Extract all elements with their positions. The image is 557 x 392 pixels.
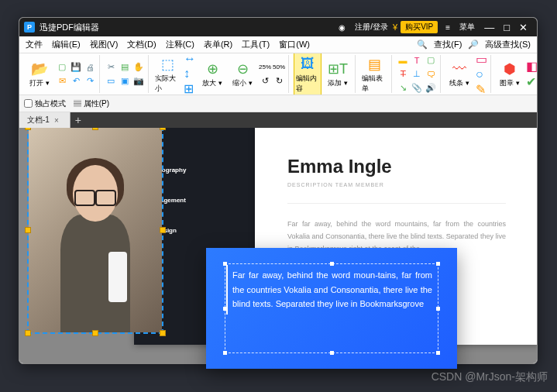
titlebar: P 迅捷PDF编辑器 ◉ 注册/登录 ¥ 购买VIP ≡ 菜单 — □ ✕ (19, 18, 537, 36)
section-management: Management (148, 197, 241, 204)
find-icon[interactable]: 🔍 (417, 40, 428, 50)
tab-doc1[interactable]: 文档-1 × (19, 112, 70, 128)
stamp-icon: ⬢ (500, 60, 519, 78)
ohandle-bm[interactable] (330, 351, 334, 355)
menu-edit[interactable]: 编辑(E) (49, 37, 84, 52)
note-icon[interactable]: 🗨 (425, 68, 437, 81)
doc-icon[interactable]: ▤ (119, 61, 131, 74)
pct-50-icon[interactable]: 50% (273, 61, 285, 74)
menu-icon[interactable]: ≡ (441, 23, 455, 32)
handle-bl[interactable] (25, 330, 31, 336)
underline-icon[interactable]: ⊥ (411, 68, 423, 81)
menu-button[interactable]: 菜单 (455, 22, 480, 33)
handle-tl[interactable] (25, 128, 31, 130)
rotate-left-icon[interactable]: ↺ (259, 75, 271, 88)
menu-document[interactable]: 文档(D) (124, 37, 159, 52)
register-link[interactable]: 注册/登录 (350, 22, 393, 33)
menu-file[interactable]: 文件 (22, 37, 46, 52)
tab-close-icon[interactable]: × (54, 116, 59, 125)
highlight-icon[interactable]: ▬ (397, 54, 409, 67)
text-icon[interactable]: T (411, 54, 423, 67)
handle-tm[interactable] (92, 128, 98, 130)
fit-width-icon[interactable]: ↔ (184, 53, 196, 66)
menu-find[interactable]: 查找(F) (431, 37, 465, 52)
edit-form-icon: ▤ (365, 55, 383, 74)
profile-name: Emma Ingle (287, 156, 506, 177)
zoomout-icon: ⊖ (233, 60, 252, 78)
vip-button[interactable]: 购买VIP (401, 21, 438, 33)
realsize-icon: ⬚ (158, 55, 177, 74)
selected-image[interactable] (29, 128, 162, 332)
strike-icon[interactable]: T̶ (397, 68, 409, 81)
zoomin-icon: ⊕ (203, 60, 222, 78)
save-icon[interactable]: 💾 (70, 61, 82, 74)
select-icon[interactable]: ▣ (119, 75, 131, 88)
check-icon[interactable]: ✔ (526, 74, 537, 89)
text-edit-overlay[interactable]: Far far away, behind the word moun-tains… (206, 248, 457, 369)
annotate-grid: ▬ T ▢ T̶ ⊥ 🗨 ↘ 📎 🔊 (397, 54, 437, 95)
handle-tr[interactable] (160, 128, 166, 130)
menu-form[interactable]: 表单(R) (201, 37, 236, 52)
sound-icon[interactable]: 🔊 (425, 82, 437, 95)
handle-ml[interactable] (25, 227, 31, 233)
menu-advfind[interactable]: 高级查找(S) (482, 37, 534, 52)
edit-content-button[interactable]: 🖼 编辑内容 (294, 53, 321, 95)
properties-button[interactable]: ▤ 属性(P) (74, 98, 109, 109)
open-label: 打开 ▾ (29, 78, 50, 88)
user-icon[interactable]: ◉ (334, 23, 350, 32)
circle-shape-icon[interactable]: ○ (476, 67, 487, 81)
zoom-pct-grid: 25% 50% ↺ ↻ (259, 61, 285, 88)
undo-icon[interactable]: ↶ (70, 75, 82, 88)
edit-form-button[interactable]: ▤ 编辑表单 (360, 53, 388, 95)
redo-icon[interactable]: ↷ (84, 75, 96, 88)
menu-comment[interactable]: 注释(C) (163, 37, 198, 52)
handle-bm[interactable] (92, 330, 98, 336)
arrow-icon[interactable]: ↘ (397, 82, 409, 95)
print-icon[interactable]: 🖨 (84, 61, 96, 74)
maximize-button[interactable]: □ (499, 22, 514, 33)
zoomin-button[interactable]: ⊕ 放大 ▾ (198, 58, 226, 90)
add-icon: ⊞T (328, 60, 347, 78)
pct-25-icon[interactable]: 25% (259, 61, 271, 74)
ohandle-bl[interactable] (223, 351, 227, 355)
close-button[interactable]: ✕ (514, 22, 532, 33)
fit-height-icon[interactable]: ↕ (184, 67, 196, 81)
attach-icon[interactable]: 📎 (411, 82, 423, 95)
app-icon: P (24, 22, 35, 33)
handle-mr[interactable] (160, 227, 166, 233)
snapshot-icon[interactable]: 📷 (132, 75, 145, 88)
folder-icon: 📂 (30, 60, 49, 78)
minimize-button[interactable]: — (480, 22, 499, 33)
lines-button[interactable]: 〰 线条 ▾ (445, 58, 473, 90)
profile-subtitle: DESCRIPTION TEAM MEMBER (287, 182, 506, 187)
realsize-button[interactable]: ⬚ 实际大小 (153, 53, 181, 95)
page-icon[interactable]: ▭ (105, 75, 117, 88)
open-button[interactable]: 📂 打开 ▾ (26, 58, 53, 90)
new-icon[interactable]: ▢ (56, 61, 68, 74)
callout-icon[interactable]: ▢ (425, 54, 437, 67)
mail-icon[interactable]: ✉ (56, 75, 68, 88)
exclusive-checkbox[interactable]: 独占模式 (24, 98, 66, 109)
add-tab-button[interactable]: + (70, 112, 86, 128)
handle-br[interactable] (160, 330, 166, 336)
menu-tool[interactable]: 工具(T) (239, 37, 273, 52)
menu-window[interactable]: 窗口(W) (276, 37, 313, 52)
cut-icon[interactable]: ✂ (105, 61, 117, 74)
add-button[interactable]: ⊞T 添加 ▾ (324, 58, 352, 90)
fit-page-icon[interactable]: ⊞ (184, 81, 196, 95)
advfind-icon[interactable]: 🔎 (468, 40, 479, 50)
stamp-label: 图章 ▾ (500, 78, 520, 88)
zoomout-button[interactable]: ⊖ 缩小 ▾ (229, 58, 256, 90)
pencil-icon[interactable]: ✎ (476, 82, 487, 96)
menu-view[interactable]: 视图(V) (87, 37, 122, 52)
overlay-text[interactable]: Far far away, behind the word moun-tains… (226, 265, 437, 315)
subbar: 独占模式 ▤ 属性(P) (19, 95, 537, 112)
stamp-button[interactable]: ⬢ 图章 ▾ (496, 58, 524, 90)
ohandle-br[interactable] (436, 351, 440, 355)
tab-label: 文档-1 (27, 115, 50, 126)
rotate-right-icon[interactable]: ↻ (273, 75, 285, 88)
ribbon: 📂 打开 ▾ ▢ 💾 🖨 ✉ ↶ ↷ ✂ ▤ ✋ ▭ ▣ 📷 (19, 53, 537, 95)
hand-icon[interactable]: ✋ (132, 61, 145, 74)
rect-shape-icon[interactable]: ▭ (476, 53, 487, 67)
eraser-icon[interactable]: ◧ (526, 59, 537, 74)
